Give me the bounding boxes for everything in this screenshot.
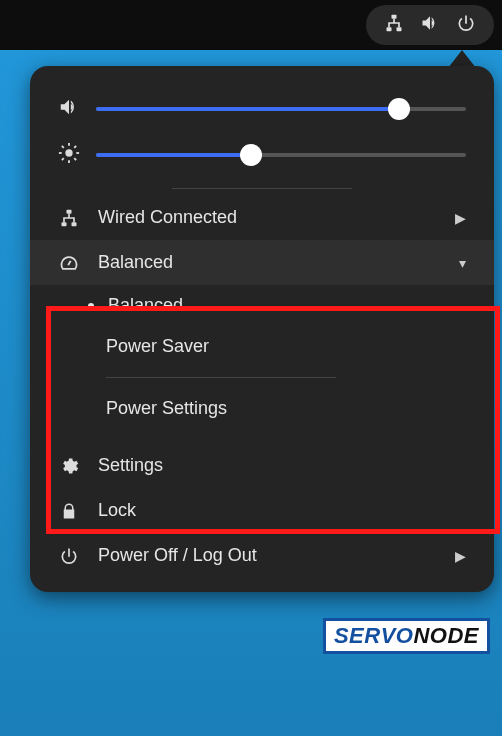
separator [172, 188, 352, 189]
power-settings-label: Power Settings [106, 398, 227, 419]
watermark-part2: NODE [413, 623, 479, 648]
svg-point-3 [65, 149, 72, 156]
system-menu-popover: Wired Connected ▶ Balanced ▾ Balanced Po… [30, 66, 494, 592]
network-wired-icon [58, 208, 80, 228]
settings-label: Settings [98, 455, 466, 476]
power-profile-item[interactable]: Balanced ▾ [30, 240, 494, 285]
svg-rect-14 [72, 222, 77, 226]
volume-slider[interactable] [96, 107, 466, 111]
profile-option-power-saver[interactable]: Power Saver [30, 326, 494, 367]
power-settings-item[interactable]: Power Settings [30, 388, 494, 429]
chevron-right-icon: ▶ [455, 548, 466, 564]
power-off-item[interactable]: Power Off / Log Out ▶ [30, 533, 494, 578]
chevron-right-icon: ▶ [455, 210, 466, 226]
settings-item[interactable]: Settings [30, 443, 494, 488]
balanced-option-label: Balanced [108, 295, 183, 316]
svg-rect-13 [62, 222, 67, 226]
power-saver-option-label: Power Saver [106, 336, 209, 357]
lock-label: Lock [98, 500, 466, 521]
top-bar [0, 0, 502, 50]
svg-rect-1 [387, 27, 392, 31]
caret-down-icon: ▾ [459, 255, 466, 271]
watermark-part1: SERVO [334, 623, 414, 648]
brightness-slider-row [30, 132, 494, 178]
svg-line-10 [62, 158, 64, 160]
network-wired-icon [384, 13, 404, 37]
lock-item[interactable]: Lock [30, 488, 494, 533]
power-icon [58, 546, 80, 566]
volume-high-icon [420, 13, 440, 37]
svg-rect-12 [67, 209, 72, 213]
separator [106, 377, 336, 378]
lock-icon [58, 502, 80, 520]
svg-line-8 [62, 146, 64, 148]
wired-label: Wired Connected [98, 207, 437, 228]
brightness-icon [58, 142, 80, 168]
watermark: SERVONODE [323, 618, 490, 654]
power-off-label: Power Off / Log Out [98, 545, 437, 566]
profile-option-balanced[interactable]: Balanced [30, 285, 494, 326]
selected-bullet-icon [88, 303, 94, 309]
speedometer-icon [58, 253, 80, 273]
gear-icon [58, 456, 80, 476]
svg-line-9 [74, 158, 76, 160]
power-profile-label: Balanced [98, 252, 441, 273]
svg-rect-0 [392, 15, 397, 19]
power-icon [456, 13, 476, 37]
system-tray[interactable] [366, 5, 494, 45]
spacer [30, 429, 494, 443]
volume-icon [58, 96, 80, 122]
brightness-slider[interactable] [96, 153, 466, 157]
svg-rect-2 [397, 27, 402, 31]
volume-slider-row [30, 86, 494, 132]
wired-connection-item[interactable]: Wired Connected ▶ [30, 195, 494, 240]
svg-line-11 [74, 146, 76, 148]
